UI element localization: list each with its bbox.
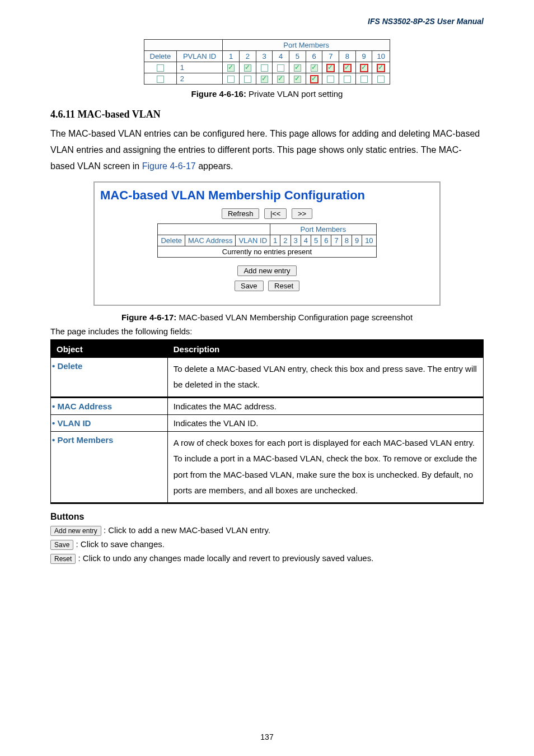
port-checkbox[interactable] xyxy=(360,64,368,72)
port-checkbox[interactable] xyxy=(261,76,268,83)
pvlan-id-cell: 2 xyxy=(176,73,223,85)
col-delete: Delete xyxy=(158,235,185,246)
button-desc: Save : Click to save changes. xyxy=(50,539,484,550)
port-checkbox[interactable] xyxy=(360,76,368,83)
table-row: 2 xyxy=(144,73,390,85)
save-button[interactable]: Save xyxy=(235,281,264,291)
col-object: Object xyxy=(51,340,168,357)
port-checkbox[interactable] xyxy=(277,76,284,83)
col-7: 7 xyxy=(322,51,339,62)
pvlan-id-cell: 1 xyxy=(176,62,223,73)
add-entry-button[interactable]: Add new entry xyxy=(237,265,296,276)
col-3: 3 xyxy=(256,51,273,62)
empty-row: Currently no entries present xyxy=(158,246,376,257)
delete-checkbox[interactable] xyxy=(157,64,164,72)
next-button[interactable]: >> xyxy=(292,208,312,219)
col-5: 5 xyxy=(289,51,306,62)
port-checkbox[interactable] xyxy=(377,64,385,72)
col-description: Description xyxy=(167,340,483,357)
button-desc: Add new entry : Click to add a new MAC-b… xyxy=(50,525,484,536)
table-row: • Delete To delete a MAC-based VLAN entr… xyxy=(51,357,484,397)
port-checkbox[interactable] xyxy=(311,76,318,83)
table-row: • VLAN ID Indicates the VLAN ID. xyxy=(51,414,484,431)
port-checkbox[interactable] xyxy=(244,76,251,83)
button-desc: Reset : Click to undo any changes made l… xyxy=(50,553,484,564)
col-vlan: VLAN ID xyxy=(236,235,270,246)
col-6: 6 xyxy=(306,51,322,62)
port-checkbox[interactable] xyxy=(227,76,235,83)
col-8: 8 xyxy=(339,51,356,62)
table-row: 1 xyxy=(144,62,390,73)
first-button[interactable]: |<< xyxy=(264,208,287,219)
port-checkbox[interactable] xyxy=(327,64,334,72)
col-delete: Delete xyxy=(144,51,177,62)
port-checkbox[interactable] xyxy=(277,64,284,72)
refresh-button[interactable]: Refresh xyxy=(222,208,260,219)
delete-checkbox[interactable] xyxy=(157,76,164,83)
col-10: 10 xyxy=(372,51,390,62)
col-2: 2 xyxy=(239,51,256,62)
save-button-icon: Save xyxy=(50,540,73,550)
port-members-header: Port Members xyxy=(270,223,377,235)
page-number: 137 xyxy=(260,732,273,741)
col-4: 4 xyxy=(273,51,289,62)
port-checkbox[interactable] xyxy=(244,64,251,72)
port-checkbox[interactable] xyxy=(261,64,268,72)
paragraph: The page includes the following fields: xyxy=(50,326,484,336)
col-9: 9 xyxy=(355,51,372,62)
reset-button[interactable]: Reset xyxy=(268,281,299,291)
port-checkbox[interactable] xyxy=(344,64,351,72)
add-entry-button-icon: Add new entry xyxy=(50,526,101,536)
table-row: • Port Members A row of check boxes for … xyxy=(51,431,484,503)
mac-vlan-table: Port Members Delete MAC Address VLAN ID … xyxy=(157,223,376,258)
section-heading: 4.6.11 MAC-based VLAN xyxy=(50,109,484,120)
port-checkbox[interactable] xyxy=(327,76,334,83)
port-checkbox[interactable] xyxy=(311,64,318,72)
figure-link: Figure 4-6-17 xyxy=(142,161,196,171)
buttons-heading: Buttons xyxy=(50,512,484,522)
config-panel: MAC-based VLAN Membership Configuration … xyxy=(93,181,441,306)
object-table: Object Description • Delete To delete a … xyxy=(50,339,484,504)
panel-title: MAC-based VLAN Membership Configuration xyxy=(100,188,434,203)
port-checkbox[interactable] xyxy=(294,64,301,72)
port-checkbox[interactable] xyxy=(377,76,385,83)
col-mac: MAC Address xyxy=(185,235,235,246)
pvlan-port-table: Port Members Delete PVLAN ID 1 2 3 4 5 6… xyxy=(144,39,390,85)
port-checkbox[interactable] xyxy=(294,76,301,83)
doc-header: IFS NS3502-8P-2S User Manual xyxy=(368,17,484,26)
reset-button-icon: Reset xyxy=(50,554,76,564)
port-members-header: Port Members xyxy=(223,40,390,51)
table-row: • MAC Address Indicates the MAC address. xyxy=(51,397,484,414)
figure-caption: Figure 4-6-17: MAC-based VLAN Membership… xyxy=(50,312,484,322)
port-checkbox[interactable] xyxy=(344,76,351,83)
figure-caption: Figure 4-6-16: Private VLAN port setting xyxy=(50,89,484,99)
paragraph: The MAC-based VLAN entries can be config… xyxy=(50,126,484,174)
port-checkbox[interactable] xyxy=(227,64,235,72)
col-1: 1 xyxy=(223,51,240,62)
col-pvlanid: PVLAN ID xyxy=(176,51,223,62)
